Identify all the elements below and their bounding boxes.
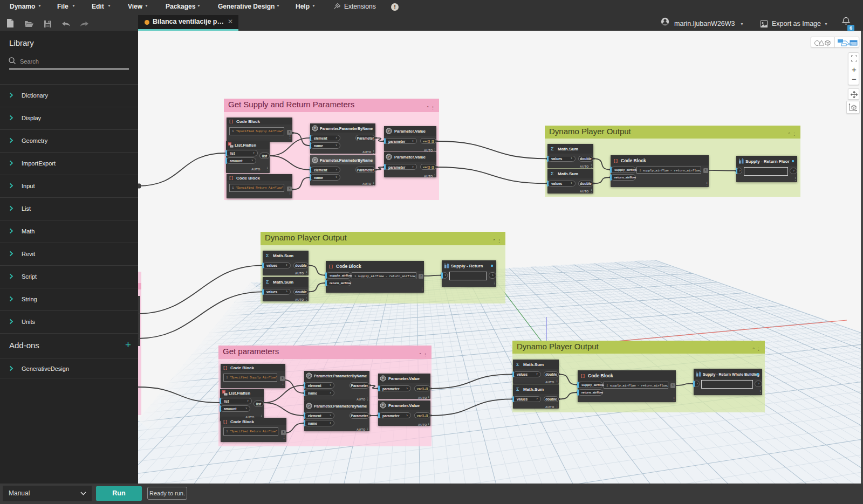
svg-text:P: P: [382, 404, 384, 407]
svg-text:P: P: [388, 155, 390, 158]
svg-text:P: P: [308, 404, 310, 408]
svg-text:P: P: [314, 127, 316, 130]
svg-text:P: P: [314, 158, 316, 162]
svg-text:P: P: [382, 377, 384, 380]
svg-text:P: P: [388, 129, 390, 133]
svg-text:P: P: [308, 374, 310, 377]
